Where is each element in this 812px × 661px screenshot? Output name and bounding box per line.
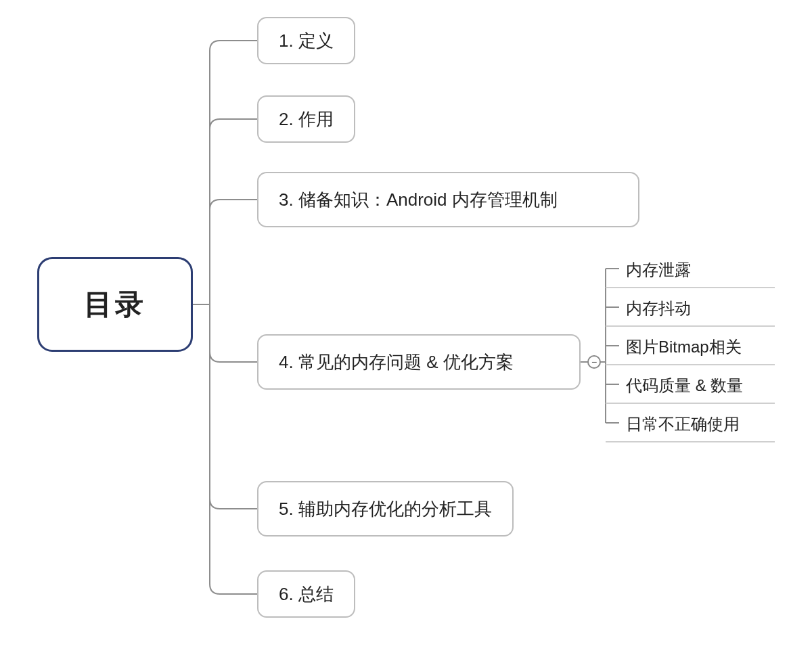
leaf-incorrect-usage[interactable]: 日常不正确使用 [626, 413, 740, 435]
root-node[interactable]: 目录 [37, 257, 193, 352]
node-3-label: 3. 储备知识：Android 内存管理机制 [279, 188, 558, 212]
leaf-bitmap[interactable]: 图片Bitmap相关 [626, 336, 742, 358]
node-4-label: 4. 常见的内存问题 & 优化方案 [279, 350, 514, 374]
leaf-code-quality[interactable]: 代码质量 & 数量 [626, 375, 743, 396]
node-2-function[interactable]: 2. 作用 [257, 95, 355, 143]
node-1-definition[interactable]: 1. 定义 [257, 17, 355, 64]
node-6-label: 6. 总结 [279, 583, 334, 606]
leaf-memory-leak[interactable]: 内存泄露 [626, 259, 691, 281]
leaf-4-label: 代码质量 & 数量 [626, 376, 743, 394]
node-5-label: 5. 辅助内存优化的分析工具 [279, 497, 492, 521]
collapse-toggle-icon[interactable]: − [587, 355, 601, 369]
leaf-3-label: 图片Bitmap相关 [626, 338, 742, 356]
node-2-label: 2. 作用 [279, 108, 334, 131]
toggle-glyph: − [591, 357, 597, 367]
root-label: 目录 [84, 286, 146, 323]
leaf-1-label: 内存泄露 [626, 260, 691, 279]
node-4-memory-problems[interactable]: 4. 常见的内存问题 & 优化方案 [257, 334, 581, 390]
leaf-5-label: 日常不正确使用 [626, 415, 740, 433]
node-6-summary[interactable]: 6. 总结 [257, 570, 355, 618]
node-3-prerequisite-knowledge[interactable]: 3. 储备知识：Android 内存管理机制 [257, 172, 639, 227]
leaf-2-label: 内存抖动 [626, 299, 691, 317]
node-5-analysis-tools[interactable]: 5. 辅助内存优化的分析工具 [257, 481, 514, 537]
leaf-memory-churn[interactable]: 内存抖动 [626, 298, 691, 319]
node-1-label: 1. 定义 [279, 29, 334, 53]
